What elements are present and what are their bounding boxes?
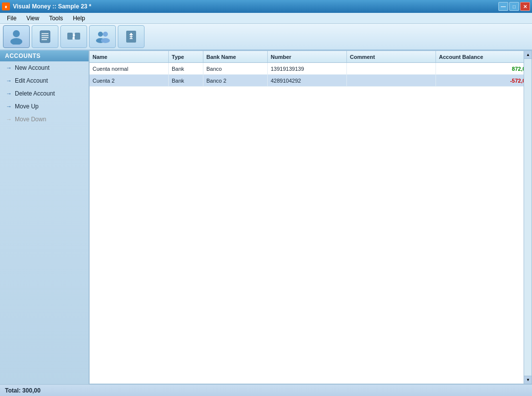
sidebar-item-edit-account[interactable]: → Edit Account (0, 74, 89, 87)
new-account-label: New Account (15, 64, 49, 71)
table-body: Cuenta normal Bank Banco 13919139139 872… (90, 63, 532, 384)
scroll-down-button[interactable]: ▼ (524, 376, 532, 384)
contacts-icon (95, 29, 110, 45)
table-header: Name Type Bank Name Number Comment Accou… (90, 51, 532, 63)
cell-name: Cuenta 2 (90, 75, 169, 86)
cell-type: Bank (169, 63, 203, 74)
sidebar-item-move-down: → Move Down (0, 113, 89, 126)
cell-balance: -572,00 (436, 75, 532, 86)
app-icon: ♦ (2, 2, 10, 10)
cell-bank-name: Banco (203, 63, 268, 74)
svg-rect-7 (67, 33, 73, 40)
menu-help[interactable]: Help (68, 14, 90, 23)
arrow-icon: → (6, 103, 12, 110)
sidebar-header: ACCOUNTS (0, 50, 89, 61)
scroll-track (524, 59, 532, 376)
col-name: Name (90, 51, 169, 62)
window-title: Visual Money :: Sample 23 * (13, 3, 92, 10)
toolbar-ledger-button[interactable] (32, 25, 58, 48)
main-content: ACCOUNTS → New Account → Edit Account → … (0, 50, 532, 384)
status-bar: Total: 300,00 (0, 384, 532, 396)
toolbar-contacts-button[interactable] (89, 25, 116, 48)
cell-number: 13919139139 (268, 63, 347, 74)
menu-file[interactable]: File (2, 14, 21, 23)
cell-name: Cuenta normal (90, 63, 169, 74)
svg-point-10 (103, 32, 108, 37)
title-bar-left: ♦ Visual Money :: Sample 23 * (2, 2, 92, 10)
cell-type: Bank (169, 75, 203, 86)
sidebar-item-new-account[interactable]: → New Account (0, 61, 89, 74)
svg-rect-2 (40, 31, 50, 43)
scroll-up-button[interactable]: ▲ (524, 51, 532, 59)
toolbar-transfer-button[interactable] (60, 25, 87, 48)
sidebar-item-move-up[interactable]: → Move Up (0, 100, 89, 113)
cell-balance: 872,00 (436, 63, 532, 74)
menu-view[interactable]: View (21, 14, 44, 23)
col-balance: Account Balance (436, 51, 532, 62)
svg-point-1 (10, 38, 22, 45)
edit-account-label: Edit Account (15, 77, 48, 84)
sidebar: ACCOUNTS → New Account → Edit Account → … (0, 50, 89, 384)
move-down-label: Move Down (15, 116, 46, 123)
maximize-button[interactable]: □ (509, 2, 519, 11)
scrollbar[interactable]: ▲ ▼ (524, 51, 532, 384)
svg-point-0 (13, 30, 20, 37)
menu-tools[interactable]: Tools (44, 14, 68, 23)
transfer-icon (66, 29, 82, 45)
menu-bar: File View Tools Help (0, 13, 532, 24)
cell-comment (347, 63, 436, 74)
sidebar-item-delete-account[interactable]: → Delete Account (0, 87, 89, 100)
arrow-icon: → (6, 77, 12, 84)
col-comment: Comment (347, 51, 436, 62)
arrow-icon: → (6, 116, 12, 123)
move-up-label: Move Up (15, 103, 39, 110)
toolbar (0, 24, 532, 50)
cell-comment (347, 75, 436, 86)
toolbar-export-button[interactable] (118, 25, 145, 48)
svg-rect-8 (75, 33, 80, 40)
arrow-icon: → (6, 90, 12, 97)
col-type: Type (169, 51, 203, 62)
minimize-button[interactable]: — (498, 2, 508, 11)
table-row[interactable]: Cuenta 2 Bank Banco 2 4289104292 -572,00 (90, 75, 532, 87)
delete-account-label: Delete Account (15, 90, 55, 97)
cell-bank-name: Banco 2 (203, 75, 268, 86)
close-button[interactable]: ✕ (520, 2, 530, 11)
status-total: Total: 300,00 (5, 387, 41, 394)
person-icon (8, 29, 24, 45)
table-row[interactable]: Cuenta normal Bank Banco 13919139139 872… (90, 63, 532, 75)
ledger-icon (37, 29, 53, 45)
col-bank-name: Bank Name (203, 51, 268, 62)
toolbar-accounts-button[interactable] (3, 25, 30, 48)
col-number: Number (268, 51, 347, 62)
title-bar: ♦ Visual Money :: Sample 23 * — □ ✕ (0, 0, 532, 13)
accounts-table: Name Type Bank Name Number Comment Accou… (89, 50, 532, 384)
export-icon (123, 29, 139, 45)
window-controls: — □ ✕ (498, 2, 530, 11)
svg-point-12 (101, 38, 110, 43)
cell-number: 4289104292 (268, 75, 347, 86)
svg-point-9 (98, 32, 103, 37)
arrow-icon: → (6, 64, 12, 71)
